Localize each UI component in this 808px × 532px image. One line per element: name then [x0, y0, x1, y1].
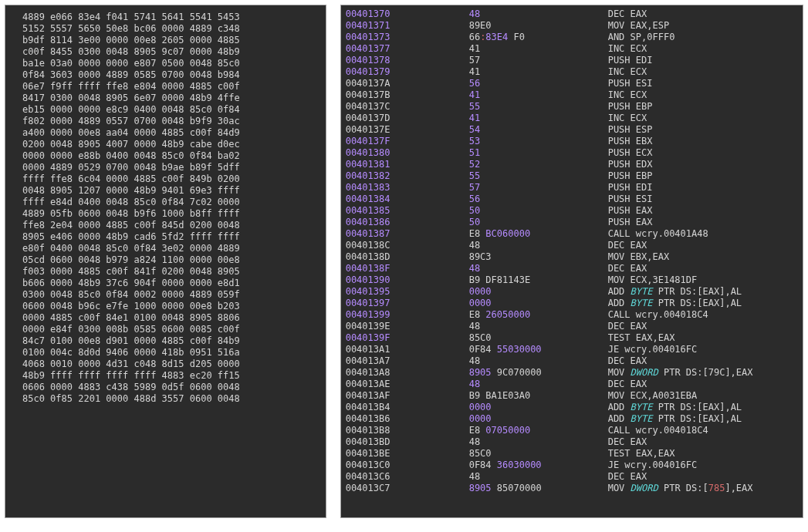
address: 00401371 [346, 20, 469, 32]
address: 00401387 [346, 228, 469, 240]
address: 004013A7 [346, 355, 469, 367]
disasm-row: 0040137E54PUSH ESP [346, 124, 801, 136]
bytes: 41 [469, 89, 608, 101]
hex-row: eb15 0000 0000 e8c9 0400 0048 85c0 0f84 [22, 104, 321, 116]
bytes: B9 DF81143E [469, 274, 608, 286]
address: 0040139E [346, 321, 469, 332]
instruction: MOV DWORD PTR DS:[785],EAX [608, 483, 801, 494]
address: 0040137E [346, 124, 469, 136]
address: 004013B4 [346, 402, 469, 413]
address: 004013C0 [346, 460, 469, 471]
hex-row: 5152 5557 5650 50e8 bc06 0000 4889 c348 [22, 23, 321, 35]
address: 0040137A [346, 78, 469, 89]
disasm-row: 0040138650PUSH EAX [346, 217, 801, 228]
address: 00401399 [346, 309, 469, 321]
bytes: E8 BC060000 [469, 228, 608, 240]
hex-row: e80f 0400 0048 85c0 0f84 3e02 0000 4889 [22, 243, 321, 254]
address: 00401373 [346, 32, 469, 43]
hex-row: 48b9 ffff ffff ffff ffff 4883 ec20 ff15 [22, 370, 321, 382]
disasm-row: 0040137189E0MOV EAX,ESP [346, 20, 801, 32]
hex-row: 8905 e406 0000 48b9 cad6 5fd2 ffff ffff [22, 231, 321, 243]
disasm-row: 0040137048DEC EAX [346, 8, 801, 20]
address: 0040137F [346, 136, 469, 147]
instruction: MOV ECX,3E1481DF [608, 274, 801, 286]
hex-row: c00f 8455 0300 0048 8905 9c07 0000 48b9 [22, 46, 321, 58]
instruction: PUSH ESP [608, 124, 801, 136]
bytes: 0F84 55030000 [469, 344, 608, 355]
address: 00401383 [346, 182, 469, 194]
hex-row: ffff e84d 0400 0048 85c0 0f84 7c02 0000 [22, 197, 321, 208]
instruction: PUSH EAX [608, 217, 801, 228]
instruction: AND SP,0FFF0 [608, 32, 801, 43]
instruction: INC ECX [608, 43, 801, 55]
bytes: 41 [469, 113, 608, 124]
disasm-row: 004013C648DEC EAX [346, 471, 801, 483]
disasm-row: 004013B60000ADD BYTE PTR DS:[EAX],AL [346, 413, 801, 425]
address: 004013B8 [346, 425, 469, 436]
address: 0040138F [346, 263, 469, 274]
instruction: PUSH ESI [608, 194, 801, 205]
bytes: 8905 85070000 [469, 483, 608, 494]
bytes: 41 [469, 43, 608, 55]
address: 004013BD [346, 436, 469, 448]
address: 00401377 [346, 43, 469, 55]
instruction: DEC EAX [608, 240, 801, 251]
address: 004013AE [346, 379, 469, 390]
bytes: E8 07050000 [469, 425, 608, 436]
hex-row: 84c7 0100 00e8 d901 0000 4885 c00f 84b9 [22, 335, 321, 347]
hex-row: 4889 e066 83e4 f041 5741 5641 5541 5453 [22, 12, 321, 23]
disasm-row: 0040137B41INC ECX [346, 89, 801, 101]
instruction: PUSH EBX [608, 136, 801, 147]
hex-row: ffff ffe8 6c04 0000 4885 c00f 849b 0200 [22, 173, 321, 185]
disasm-row: 00401387E8 BC060000CALL wcry.00401A48 [346, 228, 801, 240]
instruction: DEC EAX [608, 379, 801, 390]
instruction: DEC EAX [608, 321, 801, 332]
instruction: PUSH EDI [608, 182, 801, 194]
address: 0040138D [346, 251, 469, 263]
address: 00401397 [346, 298, 469, 309]
address: 0040138C [346, 240, 469, 251]
disasm-row: 004013A88905 9C070000MOV DWORD PTR DS:[7… [346, 367, 801, 379]
hex-row: 0f84 3603 0000 4889 0585 0700 0048 b984 [22, 69, 321, 81]
disasm-row: 0040137741INC ECX [346, 43, 801, 55]
address: 0040137B [346, 89, 469, 101]
address: 0040137C [346, 101, 469, 113]
disasm-row: 00401390B9 DF81143EMOV ECX,3E1481DF [346, 274, 801, 286]
hex-row: a400 0000 00e8 aa04 0000 4885 c00f 84d9 [22, 127, 321, 139]
bytes: 48 [469, 436, 608, 448]
disasm-row: 004013970000ADD BYTE PTR DS:[EAX],AL [346, 298, 801, 309]
instruction: JE wcry.004016FC [608, 344, 801, 355]
instruction: ADD BYTE PTR DS:[EAX],AL [608, 402, 801, 413]
instruction: TEST EAX,EAX [608, 448, 801, 460]
hex-row: b606 0000 48b9 37c6 904f 0000 0000 e8d1 [22, 278, 321, 289]
hex-row: 0000 4889 0529 0700 0048 b9ae b89f 5dff [22, 162, 321, 173]
address: 004013B6 [346, 413, 469, 425]
address: 004013AF [346, 390, 469, 402]
bytes: 48 [469, 8, 608, 20]
hex-row: 05cd 0600 0048 b979 a824 1100 0000 00e8 [22, 254, 321, 266]
disasm-row: 0040138456PUSH ESI [346, 194, 801, 205]
disasm-row: 004013A10F84 55030000JE wcry.004016FC [346, 344, 801, 355]
bytes: 52 [469, 159, 608, 170]
hex-row: 0000 0000 e88b 0400 0048 85c0 0f84 ba02 [22, 150, 321, 162]
hex-row: 0000 e84f 0300 008b 0585 0600 0085 c00f [22, 324, 321, 335]
instruction: MOV EAX,ESP [608, 20, 801, 32]
disasm-row: 0040138F48DEC EAX [346, 263, 801, 274]
address: 00401378 [346, 55, 469, 66]
instruction: MOV DWORD PTR DS:[79C],EAX [608, 367, 801, 379]
hex-row: 8417 0300 0048 8905 6e07 0000 48b9 4ffe [22, 93, 321, 104]
address: 00401386 [346, 217, 469, 228]
hex-row: f802 0000 4889 0557 0700 0048 b9f9 30ac [22, 116, 321, 127]
bytes: 0F84 36030000 [469, 460, 608, 471]
hex-row: 0300 0048 85c0 0f84 0002 0000 4889 059f [22, 289, 321, 301]
bytes: E8 26050000 [469, 309, 608, 321]
instruction: MOV ECX,A0031EBA [608, 390, 801, 402]
hex-row: ffe8 2e04 0000 4885 c00f 845d 0200 0048 [22, 220, 321, 231]
instruction: INC ECX [608, 66, 801, 78]
address: 00401370 [346, 8, 469, 20]
disasm-row: 004013AFB9 BA1E03A0MOV ECX,A0031EBA [346, 390, 801, 402]
instruction: CALL wcry.004018C4 [608, 425, 801, 436]
hex-row: 0000 4885 c00f 84e1 0100 0048 8905 8806 [22, 312, 321, 324]
bytes: 48 [469, 471, 608, 483]
hex-row: 0606 0000 4883 c438 5989 0d5f 0600 0048 [22, 382, 321, 393]
